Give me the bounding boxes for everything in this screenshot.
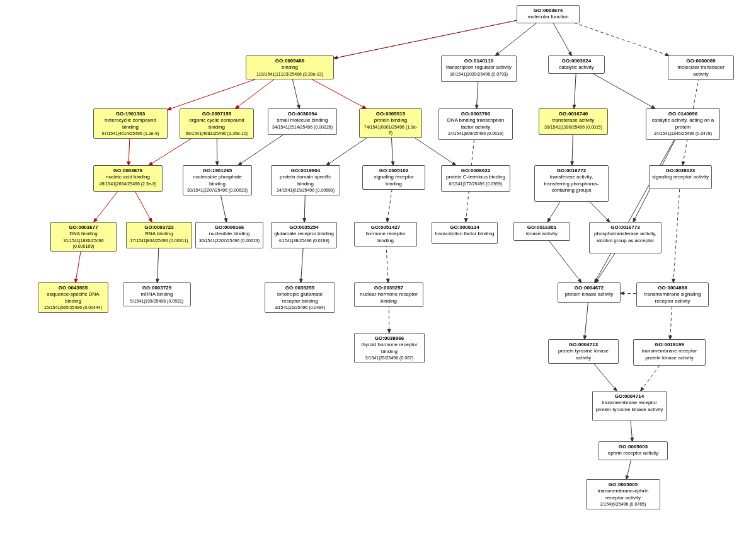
node-GO:0051427: GO:0051427hormone receptor binding [354,222,417,247]
svg-line-15 [238,135,283,165]
svg-line-29 [673,189,680,282]
node-GO:0140096: GO:0140096catalytic activity, acting on … [646,108,720,140]
svg-line-14 [217,137,217,165]
node-GO:0003824: GO:0003824catalytic activity [548,55,605,74]
svg-line-41 [593,363,617,391]
node-GO:0036094: GO:0036094small molecule binding34/1541|… [268,108,337,135]
svg-line-33 [386,244,388,282]
node-GO:0003700: GO:0003700DNA binding transcription fact… [438,108,513,140]
svg-line-28 [590,202,610,222]
svg-line-32 [301,248,304,282]
svg-line-37 [389,305,389,333]
node-GO:0004888: GO:0004888transmembrane signaling recept… [636,282,709,307]
node-GO:0008022: GO:0008022protein C-terminus binding6/15… [441,165,510,192]
svg-line-12 [129,137,130,165]
node-GO:0004713: GO:0004713protein tyrosine kinase activi… [548,339,619,364]
node-GO:0097159: GO:0097159organic cyclic compound bindin… [180,108,254,139]
node-GO:0005515: GO:0005515protein binding74/1541|6901/25… [359,108,422,138]
svg-line-43 [631,421,633,441]
svg-line-6 [292,79,299,108]
svg-line-26 [387,189,392,222]
svg-line-36 [621,293,636,294]
svg-line-34 [549,241,581,282]
svg-line-3 [574,23,669,55]
svg-line-13 [149,137,194,165]
node-GO:0005003: GO:0005003ephrin receptor activity [598,441,668,460]
node-GO:0003677: GO:0003677DNA binding31/1541|1836/25496 … [50,222,117,252]
node-GO:0140110: GO:0140110transcription regulator activi… [441,55,517,82]
node-GO:0016301: GO:0016301kinase activity [513,222,570,241]
node-GO:0019199: GO:0019199transmembrane receptor protein… [633,339,706,366]
svg-line-39 [670,306,672,339]
svg-line-35 [596,253,615,282]
node-GO:0005005: GO:0005005transmembrane-ephrin receptor … [586,479,660,509]
svg-line-2 [553,23,571,55]
node-GO:0035254: GO:0035254glutamate receptor binding4/15… [271,222,337,248]
node-GO:0003729: GO:0003729mRNA binding5/1541|199/25496 (… [123,282,191,306]
node-GO:0008134: GO:0008134transcription factor binding [432,222,498,244]
svg-line-40 [595,140,674,282]
svg-line-42 [641,366,660,391]
node-GO:1901363: GO:1901363heterocyclic compound binding6… [93,108,168,139]
svg-line-23 [135,192,152,222]
svg-line-1 [496,23,537,55]
svg-line-17 [391,135,393,165]
node-GO:0005102: GO:0005102signaling receptor binding [362,165,425,190]
svg-line-31 [158,248,159,282]
graph-container: GO:0003674molecular functionGO:0005488bi… [0,0,756,534]
svg-line-44 [626,460,631,479]
node-GO:0016740: GO:0016740transferase activity30/1541|19… [539,108,608,135]
node-GO:1901265: GO:1901265nucleoside phosphate binding30… [183,165,252,195]
node-GO:0003676: GO:0003676nucleic acid binding49/1541|26… [93,165,163,192]
node-GO:0004672: GO:0004672protein kinase activity [558,282,621,303]
svg-line-9 [574,73,576,108]
node-GO:0005488: GO:0005488binding119/1541|11103/25496 (3… [246,55,334,79]
svg-line-24 [220,194,227,222]
node-GO:0004714: GO:0004714transmembrane receptor protein… [592,391,667,421]
svg-line-8 [476,82,478,108]
node-GO:0043565: GO:0043565sequence-specific DNA binding1… [38,282,108,313]
svg-line-16 [326,135,371,165]
node-GO:0035255: GO:0035255ionotropic glutamate receptor … [265,282,335,313]
node-GO:0019904: GO:0019904protein domain specific bindin… [271,165,340,195]
node-GO:0003723: GO:0003723RNA binding17/1541|804/25496 (… [126,222,192,248]
svg-line-4 [168,79,255,110]
node-GO:0060089: GO:0060089molecular transducer activity [668,55,734,80]
node-GO:0035257: GO:0035257nuclear hormone receptor bindi… [354,282,423,307]
svg-line-25 [304,194,305,222]
svg-line-38 [585,303,588,339]
svg-line-45 [334,20,517,58]
svg-line-7 [312,79,366,108]
node-GO:0000166: GO:0000166nucleotide binding30/1541|2207… [195,222,263,248]
svg-line-27 [547,202,560,222]
node-GO:0038966: GO:0038966thyroid hormone receptor bindi… [354,333,425,363]
node-GO:0038023: GO:0038023signaling receptor activity [649,165,712,189]
svg-line-0 [334,20,517,58]
svg-line-22 [94,192,118,222]
node-GO:0016772: GO:0016772transferase activity, transfer… [534,165,609,202]
node-GO:0003674: GO:0003674molecular function [517,5,580,23]
svg-line-10 [592,73,655,108]
svg-line-5 [236,79,274,108]
svg-line-30 [76,248,81,282]
node-GO:0016773: GO:0016773phosphotransferase activity, a… [589,222,662,253]
svg-line-20 [572,135,573,165]
